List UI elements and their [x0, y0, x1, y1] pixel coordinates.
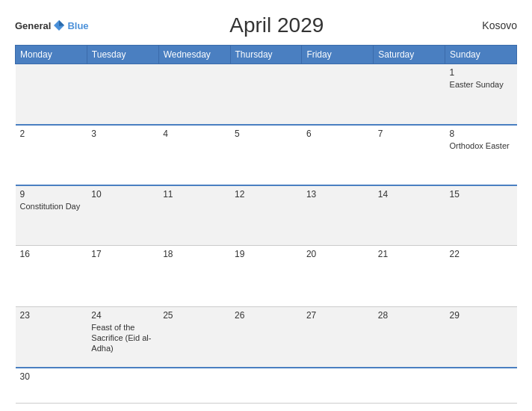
calendar-title: April 2029 [89, 13, 465, 37]
calendar-cell: 6 [302, 125, 374, 185]
calendar-row: 1Easter Sunday [16, 64, 517, 125]
col-thursday: Thursday [230, 46, 302, 64]
calendar-cell: 12 [230, 185, 302, 246]
calendar-cell: 30 [16, 368, 87, 404]
calendar-table: Monday Tuesday Wednesday Thursday Friday… [15, 45, 517, 404]
day-number: 16 [20, 249, 83, 259]
day-number: 2 [20, 129, 83, 139]
day-number: 23 [20, 310, 83, 321]
col-tuesday: Tuesday [87, 46, 158, 64]
calendar-cell: 25 [158, 306, 230, 368]
col-friday: Friday [302, 46, 374, 64]
calendar-cell: 7 [374, 125, 445, 185]
header-row: Monday Tuesday Wednesday Thursday Friday… [16, 46, 517, 64]
calendar-cell: 20 [302, 246, 374, 306]
calendar-cell: 26 [230, 306, 302, 368]
calendar-cell [158, 368, 230, 404]
day-number: 24 [91, 310, 154, 321]
day-number: 1 [450, 67, 513, 78]
day-number: 10 [91, 189, 154, 200]
day-number: 8 [450, 129, 513, 139]
calendar-cell [230, 64, 302, 125]
calendar-cell: 14 [374, 185, 445, 246]
calendar-row: 16171819202122 [16, 246, 517, 306]
calendar-cell: 17 [87, 246, 158, 306]
col-monday: Monday [16, 46, 87, 64]
day-number: 11 [163, 189, 226, 200]
day-number: 22 [450, 249, 513, 259]
calendar-cell: 8Orthodox Easter [445, 125, 517, 185]
day-number: 6 [306, 129, 369, 139]
calendar-row: 30 [16, 368, 517, 404]
calendar-cell: 2 [16, 125, 87, 185]
day-number: 5 [235, 129, 297, 139]
calendar-cell: 27 [302, 306, 374, 368]
day-number: 14 [378, 189, 441, 200]
day-number: 12 [235, 189, 297, 200]
calendar-cell: 10 [87, 185, 158, 246]
day-number: 19 [235, 249, 297, 259]
holiday-label: Feast of the Sacrifice (Eid al-Adha) [91, 322, 154, 354]
day-number: 20 [306, 249, 369, 259]
day-number: 13 [306, 189, 369, 200]
header: General Blue April 2029 Kosovo [15, 13, 517, 37]
day-number: 30 [20, 371, 83, 382]
calendar-cell: 3 [87, 125, 158, 185]
day-number: 7 [378, 129, 441, 139]
calendar-row: 2345678Orthodox Easter [16, 125, 517, 185]
day-number: 3 [91, 129, 154, 139]
logo-icon [52, 19, 66, 32]
calendar-cell [158, 64, 230, 125]
calendar-cell [374, 368, 445, 404]
holiday-label: Orthodox Easter [450, 140, 513, 151]
calendar-cell [445, 368, 517, 404]
logo: General Blue [15, 19, 89, 32]
calendar-cell: 19 [230, 246, 302, 306]
calendar-cell: 16 [16, 246, 87, 306]
day-number: 15 [450, 189, 513, 200]
calendar-cell: 21 [374, 246, 445, 306]
calendar-cell [230, 368, 302, 404]
day-number: 4 [163, 129, 226, 139]
country-label: Kosovo [465, 19, 517, 31]
calendar-cell [87, 368, 158, 404]
calendar-cell: 9Constitution Day [16, 185, 87, 246]
calendar-cell [302, 368, 374, 404]
day-number: 26 [235, 310, 297, 321]
calendar-cell: 1Easter Sunday [445, 64, 517, 125]
day-number: 17 [91, 249, 154, 259]
svg-marker-1 [59, 20, 64, 26]
calendar-cell [87, 64, 158, 125]
calendar-cell: 29 [445, 306, 517, 368]
calendar-page: General Blue April 2029 Kosovo Monday Tu… [0, 0, 532, 411]
calendar-cell: 22 [445, 246, 517, 306]
calendar-cell: 15 [445, 185, 517, 246]
calendar-cell [374, 64, 445, 125]
calendar-cell: 5 [230, 125, 302, 185]
calendar-row: 9Constitution Day101112131415 [16, 185, 517, 246]
calendar-cell: 24Feast of the Sacrifice (Eid al-Adha) [87, 306, 158, 368]
logo-general-text: General [15, 20, 51, 31]
day-number: 21 [378, 249, 441, 259]
day-number: 9 [20, 189, 83, 200]
holiday-label: Constitution Day [20, 201, 83, 211]
calendar-cell: 13 [302, 185, 374, 246]
holiday-label: Easter Sunday [450, 79, 513, 90]
calendar-cell: 4 [158, 125, 230, 185]
day-number: 25 [163, 310, 226, 321]
calendar-cell: 18 [158, 246, 230, 306]
day-number: 28 [378, 310, 441, 321]
calendar-cell: 23 [16, 306, 87, 368]
calendar-cell: 28 [374, 306, 445, 368]
col-sunday: Sunday [445, 46, 517, 64]
col-wednesday: Wednesday [158, 46, 230, 64]
calendar-cell [302, 64, 374, 125]
day-number: 18 [163, 249, 226, 259]
col-saturday: Saturday [374, 46, 445, 64]
calendar-cell [16, 64, 87, 125]
day-number: 29 [450, 310, 513, 321]
day-number: 27 [306, 310, 369, 321]
logo-blue-text: Blue [67, 20, 88, 31]
calendar-row: 2324Feast of the Sacrifice (Eid al-Adha)… [16, 306, 517, 368]
calendar-cell: 11 [158, 185, 230, 246]
